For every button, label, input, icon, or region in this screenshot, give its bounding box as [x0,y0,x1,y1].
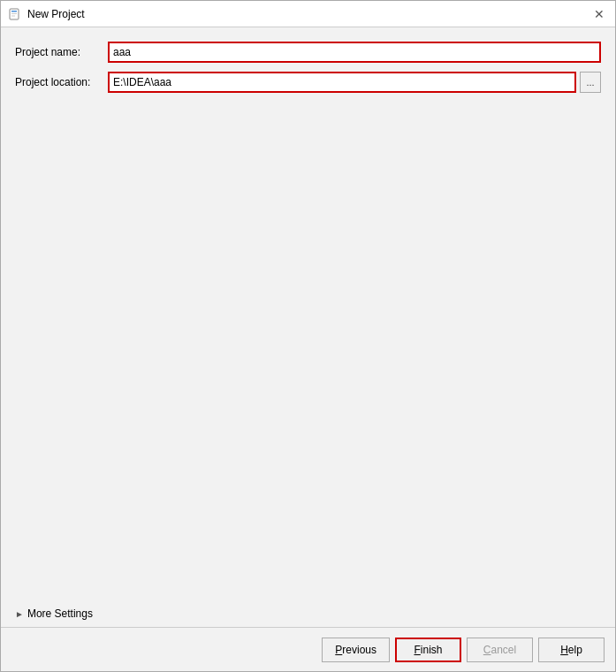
cancel-label: Cancel [483,644,516,656]
svg-rect-2 [11,13,17,14]
previous-label: Previous [335,644,376,656]
project-name-input-wrapper [108,42,601,63]
browse-button[interactable]: ... [580,72,601,93]
help-button[interactable]: Help [538,638,605,662]
svg-rect-3 [11,15,15,16]
project-location-input-group: ... [108,72,601,93]
dialog-footer: Previous Finish Cancel Help [1,627,615,671]
previous-button[interactable]: Previous [322,638,390,662]
finish-label: Finish [414,644,442,656]
svg-rect-1 [11,11,17,12]
help-label: Help [560,644,582,656]
more-settings-arrow-icon: ► [15,609,24,619]
more-settings-label: More Settings [27,607,93,620]
project-name-row: Project name: [15,42,601,63]
dialog-window: New Project ✕ Project name: Project loca… [0,0,616,672]
close-button[interactable]: ✕ [590,5,608,23]
project-location-input[interactable] [108,72,576,93]
more-settings-row[interactable]: ► More Settings [15,600,601,627]
new-project-icon [8,7,22,21]
finish-button[interactable]: Finish [395,638,461,662]
project-location-label: Project location: [15,76,108,88]
dialog-content: Project name: Project location: ... ► Mo… [1,27,615,627]
project-name-input[interactable] [108,42,601,63]
project-name-label: Project name: [15,46,108,58]
project-location-row: Project location: ... [15,72,601,93]
cancel-button[interactable]: Cancel [467,638,533,662]
title-bar: New Project ✕ [1,1,615,27]
dialog-title: New Project [27,8,590,20]
